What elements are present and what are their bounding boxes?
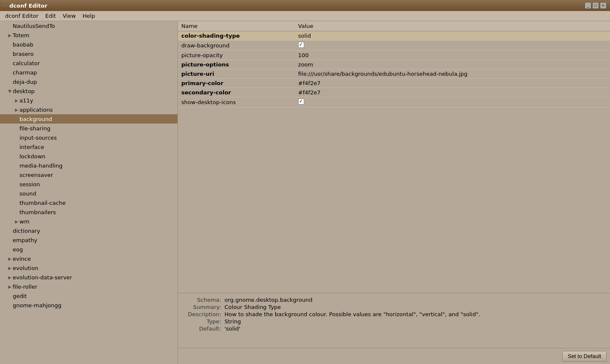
sidebar-item-thumbnail-cache[interactable]: thumbnail-cache bbox=[0, 198, 177, 207]
table-row[interactable]: secondary-color#f4f2e7 bbox=[178, 88, 610, 97]
sidebar-item-a11y[interactable]: ▶a11y bbox=[0, 96, 177, 105]
row-value-show-desktop-icons bbox=[295, 97, 610, 108]
sidebar-item-gedit[interactable]: gedit bbox=[0, 291, 177, 301]
title-bar: dconf Editor _ □ × bbox=[0, 0, 610, 11]
info-panel: Schema: org.gnome.desktop.background Sum… bbox=[178, 293, 610, 348]
maximize-button[interactable]: □ bbox=[592, 2, 599, 9]
sidebar-item-label-gedit: gedit bbox=[13, 293, 27, 299]
tree-arrow-evolution-data-server: ▶ bbox=[7, 275, 13, 280]
row-value-color-shading-type: solid bbox=[295, 31, 610, 41]
sidebar-item-label-evolution: evolution bbox=[13, 265, 38, 271]
sidebar-item-deja-dup[interactable]: deja-dup bbox=[0, 77, 177, 86]
table-row[interactable]: picture-opacity100 bbox=[178, 51, 610, 60]
sidebar-tree: NautilusSendTo▶Totembaobabbraserocalcula… bbox=[0, 21, 177, 310]
sidebar-item-sound[interactable]: sound bbox=[0, 189, 177, 198]
sidebar-item-label-totem: Totem bbox=[13, 32, 29, 39]
sidebar: NautilusSendTo▶Totembaobabbraserocalcula… bbox=[0, 21, 178, 364]
default-label: Default: bbox=[183, 325, 221, 332]
row-name-color-shading-type: color-shading-type bbox=[178, 31, 295, 41]
sidebar-item-interface[interactable]: interface bbox=[0, 142, 177, 152]
sidebar-item-file-roller[interactable]: ▶file-roller bbox=[0, 282, 177, 291]
table-body: color-shading-typesoliddraw-backgroundpi… bbox=[178, 31, 610, 108]
table-row[interactable]: show-desktop-icons bbox=[178, 97, 610, 108]
sidebar-item-label-deja-dup: deja-dup bbox=[13, 79, 37, 85]
sidebar-item-thumbnailers[interactable]: thumbnailers bbox=[0, 207, 177, 217]
sidebar-item-eog[interactable]: eog bbox=[0, 245, 177, 254]
sidebar-item-nautilusSendTo[interactable]: NautilusSendTo bbox=[0, 21, 177, 30]
sidebar-item-evince[interactable]: ▶evince bbox=[0, 254, 177, 263]
sidebar-item-label-gnome-mahjongg: gnome-mahjongg bbox=[13, 302, 61, 309]
col-value-header: Value bbox=[295, 21, 610, 31]
sidebar-item-label-evolution-data-server: evolution-data-server bbox=[13, 274, 72, 281]
tree-arrow-a11y: ▶ bbox=[14, 98, 19, 103]
sidebar-item-label-input-sources: input-sources bbox=[19, 135, 57, 141]
row-value-picture-options: zoom bbox=[295, 60, 610, 69]
menu-bar: dconf Editor Edit View Help bbox=[0, 11, 610, 21]
sidebar-item-lockdown[interactable]: lockdown bbox=[0, 152, 177, 161]
row-name-picture-options: picture-options bbox=[178, 60, 295, 69]
row-value-draw-background bbox=[295, 41, 610, 51]
sidebar-item-gnome-mahjongg[interactable]: gnome-mahjongg bbox=[0, 301, 177, 310]
tree-arrow-wm: ▶ bbox=[14, 219, 19, 224]
sidebar-item-label-media-handling: media-handling bbox=[19, 163, 63, 169]
sidebar-item-totem[interactable]: ▶Totem bbox=[0, 30, 177, 40]
sidebar-item-label-calculator: calculator bbox=[13, 60, 40, 66]
sidebar-item-label-a11y: a11y bbox=[19, 97, 33, 104]
description-label: Description: bbox=[183, 311, 221, 317]
table-row[interactable]: color-shading-typesolid bbox=[178, 31, 610, 41]
summary-label: Summary: bbox=[183, 304, 221, 310]
sidebar-item-label-charmap: charmap bbox=[13, 69, 37, 76]
row-name-picture-uri: picture-uri bbox=[178, 69, 295, 79]
menu-edit[interactable]: Edit bbox=[42, 12, 59, 20]
sidebar-item-brasero[interactable]: brasero bbox=[0, 49, 177, 58]
close-button[interactable]: × bbox=[600, 2, 607, 9]
table-row[interactable]: draw-background bbox=[178, 41, 610, 51]
sidebar-item-evolution-data-server[interactable]: ▶evolution-data-server bbox=[0, 273, 177, 282]
sidebar-item-input-sources[interactable]: input-sources bbox=[0, 133, 177, 142]
checkbox-draw-background[interactable] bbox=[298, 42, 304, 48]
content-area: Name Value color-shading-typesoliddraw-b… bbox=[178, 21, 610, 364]
description-row: Description: How to shade the background… bbox=[183, 311, 605, 317]
sidebar-item-file-sharing[interactable]: file-sharing bbox=[0, 124, 177, 133]
sidebar-item-label-thumbnail-cache: thumbnail-cache bbox=[19, 200, 66, 206]
checkbox-show-desktop-icons[interactable] bbox=[298, 99, 304, 105]
type-row: Type: String bbox=[183, 318, 605, 325]
table-row[interactable]: picture-urifile:///usr/share/backgrounds… bbox=[178, 69, 610, 79]
default-row: Default: 'solid' bbox=[183, 325, 605, 332]
sidebar-item-dictionary[interactable]: dictionary bbox=[0, 226, 177, 235]
sidebar-item-charmap[interactable]: charmap bbox=[0, 68, 177, 77]
sidebar-item-wm[interactable]: ▶wm bbox=[0, 217, 177, 226]
sidebar-item-background[interactable]: background bbox=[0, 114, 177, 124]
sidebar-item-media-handling[interactable]: media-handling bbox=[0, 161, 177, 170]
table-row[interactable]: picture-optionszoom bbox=[178, 60, 610, 69]
menu-help[interactable]: Help bbox=[79, 12, 99, 20]
tree-arrow-applications: ▶ bbox=[14, 108, 19, 112]
window-controls[interactable]: _ □ × bbox=[585, 2, 607, 9]
sidebar-item-screensaver[interactable]: screensaver bbox=[0, 170, 177, 179]
tree-arrow-totem: ▶ bbox=[7, 33, 13, 38]
summary-value: Colour Shading Type bbox=[225, 304, 281, 310]
sidebar-item-label-applications: applications bbox=[19, 107, 53, 113]
set-to-default-button[interactable]: Set to Default bbox=[562, 351, 607, 361]
row-name-draw-background: draw-background bbox=[178, 41, 295, 51]
sidebar-item-empathy[interactable]: empathy bbox=[0, 235, 177, 245]
menu-view[interactable]: View bbox=[59, 12, 79, 20]
type-label: Type: bbox=[183, 318, 221, 325]
sidebar-item-baobab[interactable]: baobab bbox=[0, 40, 177, 49]
sidebar-item-session[interactable]: session bbox=[0, 179, 177, 189]
app-icon bbox=[3, 5, 7, 6]
sidebar-item-applications[interactable]: ▶applications bbox=[0, 105, 177, 114]
sidebar-item-label-screensaver: screensaver bbox=[19, 172, 53, 178]
bottom-bar: Set to Default bbox=[178, 348, 610, 364]
table-row[interactable]: primary-color#f4f2e7 bbox=[178, 79, 610, 88]
sidebar-item-label-background: background bbox=[19, 116, 52, 122]
tree-arrow-file-roller: ▶ bbox=[7, 284, 13, 289]
sidebar-item-desktop[interactable]: ▼desktop bbox=[0, 86, 177, 96]
sidebar-item-calculator[interactable]: calculator bbox=[0, 58, 177, 68]
minimize-button[interactable]: _ bbox=[585, 2, 591, 9]
row-value-picture-uri: file:///usr/share/backgrounds/edubuntu-h… bbox=[295, 69, 610, 79]
sidebar-item-evolution[interactable]: ▶evolution bbox=[0, 263, 177, 273]
description-value: How to shade the background colour. Poss… bbox=[225, 311, 480, 317]
row-name-picture-opacity: picture-opacity bbox=[178, 51, 295, 60]
schema-label: Schema: bbox=[183, 297, 221, 303]
